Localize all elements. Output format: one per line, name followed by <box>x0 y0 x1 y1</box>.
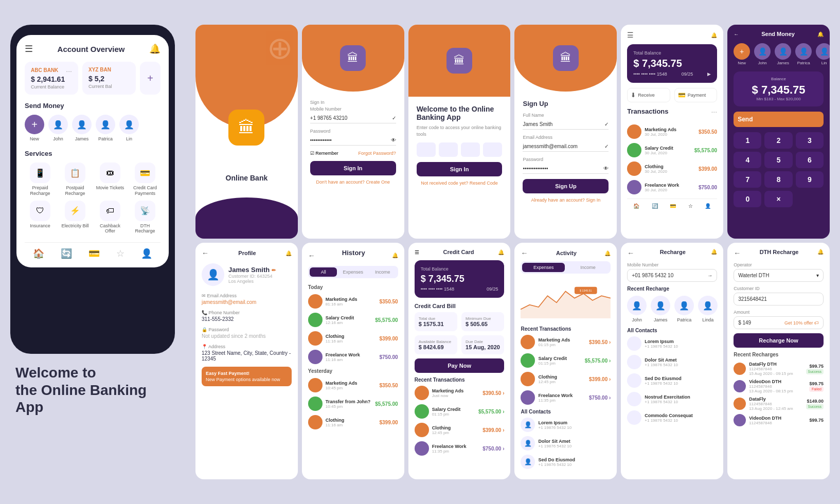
forgot-password-link[interactable]: Forgot Password? <box>359 151 396 156</box>
signup-button[interactable]: Sign Up <box>523 179 609 193</box>
password-input[interactable]: •••••••••••• 👁 <box>310 135 396 146</box>
recharge-mobile-input[interactable]: +01 9876 5432 10 → <box>627 269 717 282</box>
contact-lin[interactable]: 👤 Lin <box>119 115 139 141</box>
back-arrow-activity[interactable]: ← <box>521 249 528 257</box>
dash-nav-profile[interactable]: 👤 <box>705 203 711 209</box>
welcome-signin-button[interactable]: Sign In <box>417 162 503 176</box>
service-insurance[interactable]: 🛡 Insurance <box>25 201 56 235</box>
dth-bell-icon[interactable]: 🔔 <box>817 249 824 257</box>
dash-nav-card[interactable]: 💳 <box>670 203 676 209</box>
bank-card-abc[interactable]: ABC BANK ··· $ 2,941.61 Current Balance <box>25 62 78 95</box>
nav-home-icon[interactable]: 🏠 <box>33 248 44 259</box>
tab-income-activity[interactable]: Income <box>567 263 609 272</box>
signup-password-input[interactable]: •••••••••••••• 👁 <box>523 164 609 174</box>
edit-icon[interactable]: ✏ <box>272 267 276 273</box>
code-box-1[interactable] <box>417 142 436 157</box>
send-contact-james[interactable]: 👤 James <box>775 43 791 65</box>
resend-code-link[interactable]: Not received code yet? Resend Code <box>417 181 503 186</box>
recharge-contact-linda[interactable]: 👤 Linda <box>698 296 718 322</box>
payment-button[interactable]: 💳 Payment <box>674 88 717 102</box>
profile-notice[interactable]: Easy Fast Payment! New Payment options a… <box>202 367 292 386</box>
contact-james[interactable]: 👤 James <box>72 115 92 141</box>
code-box-4[interactable] <box>483 142 502 157</box>
eye-icon[interactable]: 👁 <box>391 137 396 143</box>
recharge-contact-james[interactable]: 👤 James <box>651 296 670 322</box>
nav-activity-icon[interactable]: 🔄 <box>61 248 72 259</box>
bank-card-xyz[interactable]: XYZ BAN $ 5,2 Current Bal <box>82 62 136 95</box>
numpad-2[interactable]: 2 <box>764 132 792 149</box>
bell-icon[interactable]: 🔔 <box>149 43 160 55</box>
contact-patrica[interactable]: 👤 Patrica <box>96 115 115 141</box>
send-button[interactable]: Send <box>734 112 824 127</box>
signin-link[interactable]: Already have an account? Sign In <box>523 197 609 203</box>
service-electricity[interactable]: ⚡ Electricity Bill <box>60 201 91 235</box>
tab-expenses[interactable]: Expenses <box>339 267 367 277</box>
back-arrow-recharge[interactable]: ← <box>627 249 634 257</box>
get-offer-link[interactable]: Get 10% offer 🏷 <box>784 320 819 326</box>
numpad-1[interactable]: 1 <box>734 132 761 149</box>
pay-now-button[interactable]: Pay Now <box>415 358 505 373</box>
service-dth[interactable]: 📡 DTH Recharge <box>130 201 160 235</box>
numpad-8[interactable]: 8 <box>764 171 792 188</box>
service-prepaid[interactable]: 📱 Prepaid Recharge <box>25 163 56 196</box>
back-arrow-profile[interactable]: ← <box>202 249 209 257</box>
signin-button[interactable]: Sign In <box>310 161 396 175</box>
dash-nav-activity[interactable]: 🔄 <box>652 203 658 209</box>
cc-menu-icon[interactable]: ☰ <box>415 249 419 255</box>
numpad-7[interactable]: 7 <box>734 171 761 188</box>
tab-all[interactable]: All <box>310 267 337 277</box>
signup-name-input[interactable]: James Smith ✓ <box>523 119 609 130</box>
service-credit-card[interactable]: 💳 Credit Card Payments <box>130 163 160 196</box>
hamburger-icon[interactable]: ☰ <box>25 43 33 55</box>
history-bell-icon[interactable]: 🔔 <box>392 253 398 258</box>
send-bell-icon[interactable]: 🔔 <box>817 31 824 37</box>
card-dots[interactable]: ··· <box>66 67 72 75</box>
numpad-0[interactable]: 0 <box>734 191 761 207</box>
tab-expenses-activity[interactable]: Expenses <box>522 263 564 272</box>
eye-icon-signup[interactable]: 👁 <box>603 166 609 171</box>
service-movies[interactable]: 🎟 Movie Tickets <box>95 163 126 196</box>
mobile-input[interactable]: +1 98765 43210 ✓ <box>310 113 396 123</box>
dash-bell-icon[interactable]: 🔔 <box>711 32 717 38</box>
numpad-9[interactable]: 9 <box>796 171 824 188</box>
customer-id-input[interactable]: 3215648421 <box>734 293 824 305</box>
signup-email-input[interactable]: jamessmith@email.com ✓ <box>523 141 609 152</box>
remember-checkbox[interactable]: ☑ Remember <box>310 151 338 156</box>
dash-menu-icon[interactable]: ☰ <box>627 31 634 39</box>
send-contact-john[interactable]: 👤 John <box>754 43 771 65</box>
recharge-contact-patrica[interactable]: 👤 Patrica <box>674 296 694 322</box>
receive-button[interactable]: ⬇ Receive <box>627 88 670 102</box>
activity-bell-icon[interactable]: 🔔 <box>604 250 611 256</box>
send-new-contact[interactable]: + New <box>734 43 750 65</box>
contact-new[interactable]: + New <box>25 115 44 141</box>
send-contact-lin[interactable]: 👤 Lin <box>816 43 830 65</box>
numpad-5[interactable]: 5 <box>764 152 792 168</box>
operator-dropdown[interactable]: Watertel DTH ▾ <box>734 269 824 282</box>
dash-nav-home[interactable]: 🏠 <box>633 203 639 209</box>
numpad-4[interactable]: 4 <box>734 152 761 168</box>
recharge-contact-john[interactable]: 👤 John <box>627 296 647 322</box>
add-card-button[interactable]: + <box>140 62 160 95</box>
contact-john[interactable]: 👤 John <box>48 115 68 141</box>
nav-profile-icon[interactable]: 👤 <box>141 248 152 259</box>
cc-bell-icon[interactable]: 🔔 <box>498 249 504 255</box>
recharge-bell-icon[interactable]: 🔔 <box>711 249 717 257</box>
recharge-now-button[interactable]: Recharge Now <box>734 333 824 348</box>
service-postpaid[interactable]: 📋 Postpaid Recharge <box>60 163 91 196</box>
code-box-3[interactable] <box>461 142 480 157</box>
dash-nav-star[interactable]: ☆ <box>688 203 693 209</box>
profile-bell-icon[interactable]: 🔔 <box>285 250 292 256</box>
tab-income[interactable]: Income <box>369 267 397 277</box>
more-options-icon[interactable]: ··· <box>711 107 717 120</box>
nav-star-icon[interactable]: ☆ <box>116 248 124 259</box>
code-box-2[interactable] <box>439 142 458 157</box>
numpad-6[interactable]: 6 <box>796 152 824 168</box>
back-arrow-send[interactable]: ← <box>734 31 739 37</box>
service-cashback[interactable]: 🏷 Cashback Offer <box>95 201 126 235</box>
back-arrow-dth[interactable]: ← <box>734 249 741 257</box>
send-contact-patrica[interactable]: 👤 Patrica <box>795 43 812 65</box>
nav-card-icon[interactable]: 💳 <box>88 248 100 259</box>
back-arrow-history[interactable]: ← <box>308 251 315 260</box>
numpad-3[interactable]: 3 <box>796 132 824 149</box>
amount-input[interactable]: $ 149 Get 10% offer 🏷 <box>734 316 824 329</box>
